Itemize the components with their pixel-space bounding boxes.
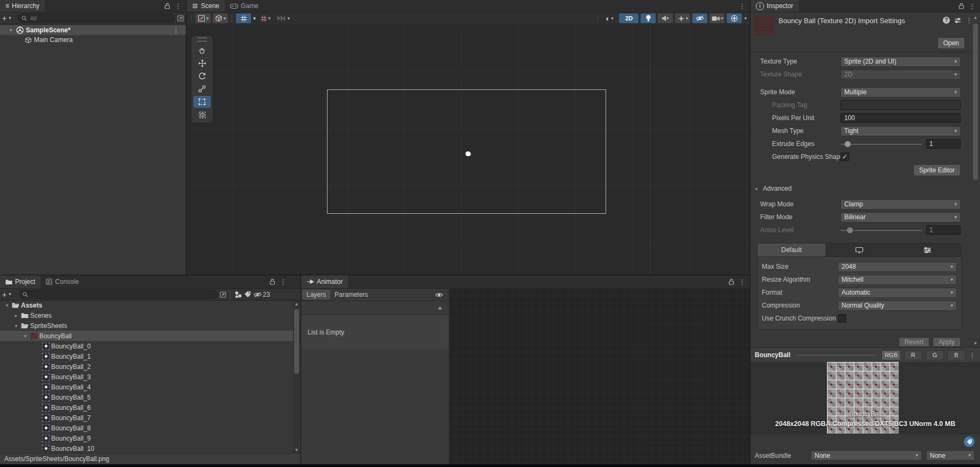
tool-view-hand[interactable]	[193, 44, 211, 56]
advanced-foldout[interactable]: ▸ Advanced	[750, 184, 968, 193]
preview-splitter[interactable]	[796, 355, 876, 356]
tree-item-sprite[interactable]: BouncyBall_6	[0, 402, 293, 413]
foldout-closed-icon[interactable]: ▸	[13, 313, 19, 318]
use-crunch-checkbox[interactable]	[838, 314, 846, 323]
tree-item-scenes[interactable]: ▸ Scenes	[0, 310, 293, 320]
tab-project[interactable]: Project	[0, 275, 40, 288]
render-mode-button[interactable]: ◐ ▾	[602, 13, 617, 23]
extrude-edges-slider[interactable]	[840, 140, 922, 148]
scene-lighting-toggle[interactable]	[641, 13, 656, 23]
project-search-input[interactable]	[30, 291, 214, 298]
hierarchy-search[interactable]	[18, 13, 175, 23]
foldout-open-icon[interactable]: ▾	[8, 27, 14, 33]
pixels-per-unit-input[interactable]: 100	[840, 113, 961, 123]
presets-icon[interactable]	[954, 17, 961, 24]
animator-graph-area[interactable]	[449, 289, 750, 467]
scroll-down-icon[interactable]: ▼	[972, 341, 979, 346]
sprite-object[interactable]	[465, 151, 471, 156]
create-button[interactable]: +	[2, 14, 6, 23]
texture-type-dropdown[interactable]: Sprite (2D and UI)▾	[840, 57, 961, 67]
wrap-mode-dropdown[interactable]: Clamp▾	[840, 199, 961, 210]
slider-knob[interactable]	[845, 141, 851, 147]
tree-item-sprite[interactable]: BouncyBall_10	[0, 443, 293, 451]
mesh-type-dropdown[interactable]: Tight▾	[840, 126, 961, 136]
palette-grip[interactable]	[197, 38, 207, 41]
gizmos-toggle[interactable]	[727, 13, 742, 23]
tool-rotate[interactable]	[193, 70, 211, 82]
scroll-up-icon[interactable]: ▲	[972, 15, 979, 20]
tree-item-sprite[interactable]: BouncyBall_8	[0, 423, 293, 433]
format-dropdown[interactable]: Automatic▾	[838, 288, 957, 298]
tree-item-assets[interactable]: ▾ Assets	[0, 300, 293, 310]
grid-visibility-button[interactable]	[236, 13, 251, 23]
asset-bundle-dropdown[interactable]: None▾	[811, 450, 922, 461]
tree-item-sprite[interactable]: BouncyBall_2	[0, 361, 293, 372]
open-button[interactable]: Open	[937, 37, 965, 49]
search-expand-icon[interactable]	[177, 15, 184, 22]
project-search[interactable]	[19, 290, 218, 299]
tab-animator[interactable]: Animator	[301, 275, 348, 288]
hierarchy-item-samplescene[interactable]: ▾ SampleScene* ⋮	[0, 25, 186, 35]
inspector-menu-icon[interactable]: ⋮	[969, 3, 976, 10]
tree-item-sprite[interactable]: BouncyBall_4	[0, 382, 293, 392]
sprite-editor-button[interactable]: Sprite Editor	[913, 164, 961, 176]
asset-bundle-variant-dropdown[interactable]: None▾	[926, 450, 975, 461]
hierarchy-menu-icon[interactable]: ⋮	[175, 3, 182, 10]
subtab-layers[interactable]: Layers	[302, 290, 330, 299]
scroll-up-icon[interactable]: ▲	[293, 302, 300, 306]
packing-tag-input[interactable]	[840, 100, 961, 110]
search-expand-icon[interactable]	[220, 291, 226, 298]
tree-item-sprite[interactable]: BouncyBall_1	[0, 351, 293, 361]
channel-r-button[interactable]: R	[904, 350, 922, 360]
lock-icon[interactable]	[269, 278, 275, 285]
project-scrollbar[interactable]: ▲ ▼	[293, 301, 300, 454]
preview-menu-icon[interactable]: ⋮	[969, 352, 976, 359]
asset-labels-icon[interactable]	[964, 436, 975, 447]
lock-icon[interactable]	[164, 3, 170, 9]
snap-settings-button[interactable]: ▾	[258, 13, 273, 23]
platform-tab-default[interactable]: Default	[757, 243, 825, 256]
tool-move[interactable]	[193, 57, 211, 69]
hidden-count-button[interactable]: 23	[253, 291, 270, 298]
filter-mode-dropdown[interactable]: Bilinear▾	[840, 212, 961, 222]
create-caret-icon[interactable]: ▾	[9, 16, 11, 20]
scene-menu-icon[interactable]: ⋮	[172, 27, 179, 34]
channel-g-button[interactable]: G	[926, 350, 944, 360]
channel-b-button[interactable]: B	[947, 350, 965, 360]
tab-console[interactable]: Console	[40, 275, 84, 288]
channel-rgb-button[interactable]: RGB	[881, 350, 901, 360]
hierarchy-item-main-camera[interactable]: Main Camera	[0, 35, 186, 45]
tree-item-spritesheets[interactable]: ▾ SpriteSheets	[0, 320, 293, 331]
tool-rect[interactable]	[193, 96, 211, 108]
tree-item-bouncyball[interactable]: ▾ BouncyBall	[0, 331, 293, 341]
scene-audio-toggle[interactable]	[658, 13, 673, 23]
add-layer-button[interactable]: +	[437, 303, 442, 312]
subtab-parameters[interactable]: Parameters	[330, 290, 372, 299]
help-icon[interactable]: ?	[943, 17, 950, 24]
project-menu-icon[interactable]: ⋮	[280, 278, 287, 285]
compression-dropdown[interactable]: Normal Quality▾	[838, 301, 957, 311]
animator-menu-icon[interactable]: ⋮	[739, 278, 746, 285]
tree-item-sprite[interactable]: BouncyBall_0	[0, 341, 293, 351]
tab-game[interactable]: Game	[225, 0, 264, 12]
lock-icon[interactable]	[728, 278, 734, 285]
create-caret-icon[interactable]: ▾	[9, 292, 11, 297]
scrollbar-thumb[interactable]	[973, 24, 978, 180]
extrude-edges-value[interactable]: 1	[926, 139, 961, 149]
search-by-type-icon[interactable]	[234, 291, 242, 298]
revert-button[interactable]: Revert	[899, 337, 929, 347]
resize-algorithm-dropdown[interactable]: Mitchell▾	[838, 275, 957, 285]
scroll-down-icon[interactable]: ▼	[293, 448, 300, 452]
generate-physics-checkbox[interactable]: ✓	[840, 152, 849, 161]
camera-preview-button[interactable]: ▾	[710, 13, 725, 23]
tool-scale[interactable]	[193, 83, 211, 95]
effects-toggle[interactable]: ▾	[675, 13, 690, 23]
scrollbar-thumb[interactable]	[294, 309, 299, 374]
inspector-scrollbar[interactable]: ▲ ▼	[972, 13, 979, 347]
tab-hierarchy[interactable]: ≡ Hierarchy	[0, 0, 45, 12]
tree-item-sprite[interactable]: BouncyBall_5	[0, 392, 293, 402]
scene-visibility-toggle[interactable]	[692, 13, 707, 23]
create-button[interactable]: +	[2, 290, 6, 299]
foldout-open-icon[interactable]: ▾	[22, 333, 29, 339]
foldout-open-icon[interactable]: ▾	[13, 323, 19, 329]
